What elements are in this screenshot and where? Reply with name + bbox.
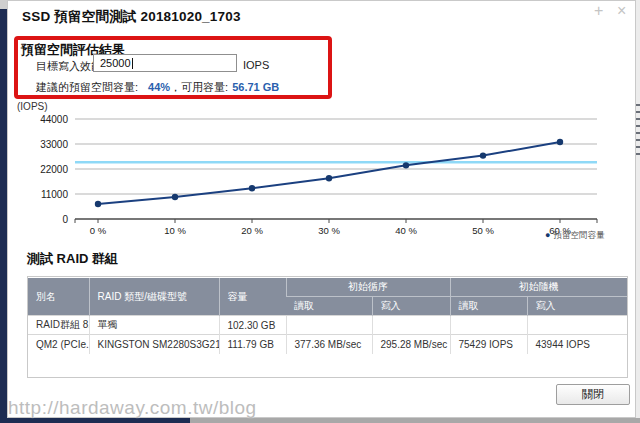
data-point	[480, 152, 486, 158]
x-tick-label: 10 %	[164, 225, 186, 236]
table-cell: 102.30 GB	[219, 316, 286, 335]
legend-marker-icon: ●	[545, 230, 550, 240]
data-point	[249, 185, 255, 191]
data-point	[326, 175, 332, 181]
data-point	[557, 139, 563, 145]
target-iops-value: 25000	[100, 57, 131, 69]
column-header-rand-write[interactable]: 寫入	[527, 297, 627, 316]
close-icon[interactable]: ×	[617, 2, 626, 20]
table-cell	[450, 316, 527, 335]
table-cell: 75429 IOPS	[450, 335, 527, 354]
x-tick-label: 20 %	[241, 225, 263, 236]
recommendation-line: 建議的預留空間容量:44%，可用容量:56.71 GB	[36, 80, 279, 95]
x-tick-label: 30 %	[318, 225, 340, 236]
y-tick-label: 33000	[40, 139, 68, 150]
table-row[interactable]: QM2 (PCIe...KINGSTON SM2280S3G2120G111.7…	[28, 335, 627, 354]
text-caret	[132, 58, 133, 69]
expand-icon[interactable]: +	[594, 2, 603, 20]
legend-label: 預留空間容量	[553, 230, 604, 240]
data-point	[172, 194, 178, 200]
y-tick-label: 22000	[40, 164, 68, 175]
column-header-raid-type[interactable]: RAID 類型/磁碟型號	[89, 278, 219, 316]
column-header-seq-read[interactable]: 讀取	[286, 297, 372, 316]
iops-line-chart: 0110002200033000440000 %10 %20 %30 %40 %…	[8, 110, 628, 236]
column-header-alias[interactable]: 別名	[28, 278, 89, 316]
table-cell	[372, 316, 450, 335]
y-tick-label: 11000	[41, 189, 69, 200]
x-tick-label: 40 %	[395, 225, 417, 236]
target-iops-input[interactable]: 25000	[93, 54, 237, 72]
x-tick-label: 0 %	[90, 225, 107, 236]
group-header-sequential: 初始循序	[286, 278, 450, 297]
raid-section-title: 測試 RAID 群組	[27, 250, 118, 268]
window-corner-artifact	[0, 0, 7, 9]
recommend-capacity: 56.71 GB	[232, 81, 279, 93]
table-cell: QM2 (PCIe...	[28, 335, 89, 354]
chart-legend: ●預留空間容量	[545, 230, 604, 242]
right-edge-strip	[636, 0, 640, 418]
column-header-rand-read[interactable]: 讀取	[450, 297, 527, 316]
table-cell: 377.36 MB/sec	[286, 335, 372, 354]
data-point	[403, 162, 409, 168]
bottom-edge-strip	[190, 418, 640, 423]
table-cell: 295.28 MB/sec	[372, 335, 450, 354]
column-header-capacity[interactable]: 容量	[219, 278, 286, 316]
table-cell: 43944 IOPS	[527, 335, 627, 354]
table-empty-area	[28, 354, 627, 377]
x-tick-label: 50 %	[472, 225, 494, 236]
close-button[interactable]: 關閉	[556, 384, 630, 405]
recommend-middle-label: ，可用容量:	[170, 81, 228, 93]
series-line	[98, 142, 560, 204]
table-cell	[527, 316, 627, 335]
iops-unit-label: IOPS	[243, 59, 269, 71]
table-cell: RAID群組 8...	[28, 316, 89, 335]
right-edge-artifact	[636, 104, 640, 160]
table-row[interactable]: RAID群組 8...單獨102.30 GB	[28, 316, 627, 335]
recommend-label: 建議的預留空間容量:	[36, 81, 138, 93]
dialog-title: SSD 預留空間測試 20181020_1703	[22, 8, 241, 26]
table-cell: 單獨	[89, 316, 219, 335]
table-cell: 111.79 GB	[219, 335, 286, 354]
group-header-random: 初始隨機	[450, 278, 627, 297]
column-header-seq-write[interactable]: 寫入	[372, 297, 450, 316]
watermark-text: http://hardaway.com.tw/blog	[8, 397, 257, 419]
data-point	[95, 201, 101, 207]
y-tick-label: 0	[62, 214, 68, 225]
y-tick-label: 44000	[40, 114, 68, 125]
recommend-percent: 44%	[148, 81, 170, 93]
table-group-header-row: 別名 RAID 類型/磁碟型號 容量 初始循序 初始隨機	[28, 278, 627, 297]
table-cell: KINGSTON SM2280S3G2120G	[89, 335, 219, 354]
table-cell	[286, 316, 372, 335]
raid-test-table: 別名 RAID 類型/磁碟型號 容量 初始循序 初始隨機 讀取 寫入 讀取 寫入…	[27, 276, 628, 378]
